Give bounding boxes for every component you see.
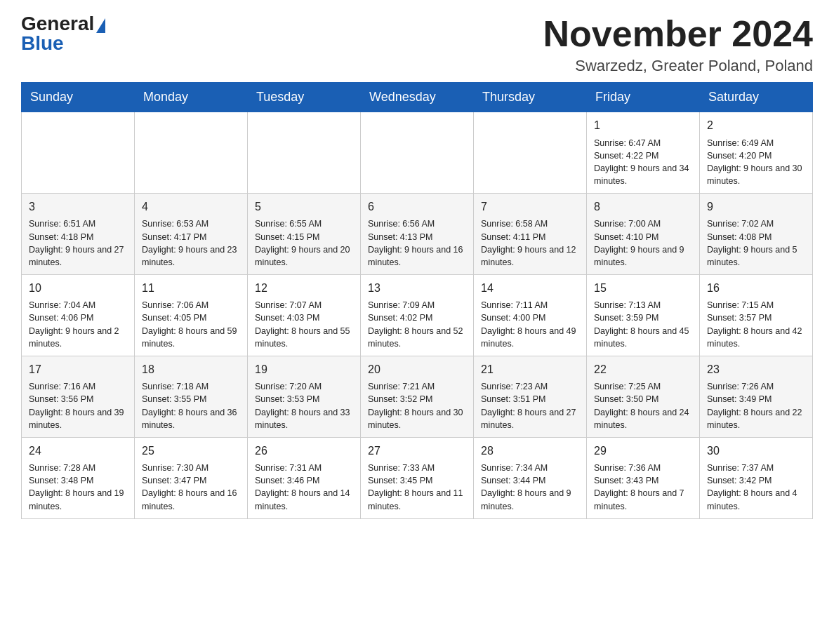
day-number: 14 (481, 281, 579, 296)
day-info: Sunrise: 6:49 AM Sunset: 4:20 PM Dayligh… (707, 137, 805, 188)
day-number: 18 (142, 362, 240, 377)
calendar-cell: 3Sunrise: 6:51 AM Sunset: 4:18 PM Daylig… (22, 194, 135, 275)
logo: General Blue (21, 14, 105, 53)
day-info: Sunrise: 6:53 AM Sunset: 4:17 PM Dayligh… (142, 217, 240, 269)
weekday-header-wednesday: Wednesday (361, 83, 474, 112)
day-info: Sunrise: 7:33 AM Sunset: 3:45 PM Dayligh… (368, 462, 466, 513)
day-info: Sunrise: 7:26 AM Sunset: 3:49 PM Dayligh… (707, 380, 805, 431)
day-number: 2 (707, 118, 805, 133)
calendar-cell: 5Sunrise: 6:55 AM Sunset: 4:15 PM Daylig… (248, 194, 361, 275)
calendar-cell: 20Sunrise: 7:21 AM Sunset: 3:52 PM Dayli… (361, 356, 474, 437)
day-number: 13 (368, 281, 466, 296)
logo-blue-text: Blue (21, 34, 64, 53)
day-number: 1 (594, 118, 692, 133)
day-number: 9 (707, 199, 805, 215)
calendar-cell: 8Sunrise: 7:00 AM Sunset: 4:10 PM Daylig… (587, 194, 700, 275)
calendar-cell: 17Sunrise: 7:16 AM Sunset: 3:56 PM Dayli… (22, 356, 135, 437)
weekday-header-friday: Friday (587, 83, 700, 112)
calendar-cell: 28Sunrise: 7:34 AM Sunset: 3:44 PM Dayli… (474, 437, 587, 518)
calendar-cell: 6Sunrise: 6:56 AM Sunset: 4:13 PM Daylig… (361, 194, 474, 275)
calendar-cell: 29Sunrise: 7:36 AM Sunset: 3:43 PM Dayli… (587, 437, 700, 518)
location-subtitle: Swarzedz, Greater Poland, Poland (543, 57, 813, 75)
day-info: Sunrise: 7:04 AM Sunset: 4:06 PM Dayligh… (29, 299, 127, 350)
calendar-cell: 18Sunrise: 7:18 AM Sunset: 3:55 PM Dayli… (135, 356, 248, 437)
day-number: 29 (594, 443, 692, 459)
day-number: 5 (255, 199, 353, 215)
day-info: Sunrise: 7:21 AM Sunset: 3:52 PM Dayligh… (368, 380, 466, 431)
day-number: 8 (594, 199, 692, 215)
weekday-header-thursday: Thursday (474, 83, 587, 112)
day-info: Sunrise: 6:55 AM Sunset: 4:15 PM Dayligh… (255, 217, 353, 269)
day-number: 19 (255, 362, 353, 377)
calendar-cell: 11Sunrise: 7:06 AM Sunset: 4:05 PM Dayli… (135, 274, 248, 356)
calendar-cell: 23Sunrise: 7:26 AM Sunset: 3:49 PM Dayli… (700, 356, 813, 437)
day-info: Sunrise: 7:37 AM Sunset: 3:42 PM Dayligh… (707, 462, 805, 513)
calendar-cell: 1Sunrise: 6:47 AM Sunset: 4:22 PM Daylig… (587, 112, 700, 194)
day-info: Sunrise: 7:25 AM Sunset: 3:50 PM Dayligh… (594, 380, 692, 431)
day-number: 11 (142, 281, 240, 296)
day-number: 22 (594, 362, 692, 377)
day-number: 3 (29, 199, 127, 215)
day-info: Sunrise: 7:06 AM Sunset: 4:05 PM Dayligh… (142, 299, 240, 350)
day-number: 23 (707, 362, 805, 377)
calendar-cell: 9Sunrise: 7:02 AM Sunset: 4:08 PM Daylig… (700, 194, 813, 275)
day-info: Sunrise: 7:02 AM Sunset: 4:08 PM Dayligh… (707, 217, 805, 269)
calendar-cell: 15Sunrise: 7:13 AM Sunset: 3:59 PM Dayli… (587, 274, 700, 356)
day-info: Sunrise: 7:13 AM Sunset: 3:59 PM Dayligh… (594, 299, 692, 350)
day-number: 30 (707, 443, 805, 459)
day-info: Sunrise: 7:31 AM Sunset: 3:46 PM Dayligh… (255, 462, 353, 513)
month-title: November 2024 (543, 14, 813, 54)
calendar-cell: 7Sunrise: 6:58 AM Sunset: 4:11 PM Daylig… (474, 194, 587, 275)
day-info: Sunrise: 6:56 AM Sunset: 4:13 PM Dayligh… (368, 217, 466, 269)
day-info: Sunrise: 7:30 AM Sunset: 3:47 PM Dayligh… (142, 462, 240, 513)
day-number: 12 (255, 281, 353, 296)
logo-general-text: General (21, 14, 94, 34)
day-info: Sunrise: 7:16 AM Sunset: 3:56 PM Dayligh… (29, 380, 127, 431)
calendar-cell: 2Sunrise: 6:49 AM Sunset: 4:20 PM Daylig… (700, 112, 813, 194)
day-number: 20 (368, 362, 466, 377)
calendar-week-row: 24Sunrise: 7:28 AM Sunset: 3:48 PM Dayli… (22, 437, 813, 518)
day-number: 25 (142, 443, 240, 459)
calendar-cell (135, 112, 248, 194)
day-info: Sunrise: 7:00 AM Sunset: 4:10 PM Dayligh… (594, 217, 692, 269)
calendar-week-row: 3Sunrise: 6:51 AM Sunset: 4:18 PM Daylig… (22, 194, 813, 275)
calendar-cell: 25Sunrise: 7:30 AM Sunset: 3:47 PM Dayli… (135, 437, 248, 518)
day-info: Sunrise: 7:23 AM Sunset: 3:51 PM Dayligh… (481, 380, 579, 431)
day-number: 27 (368, 443, 466, 459)
calendar-cell: 16Sunrise: 7:15 AM Sunset: 3:57 PM Dayli… (700, 274, 813, 356)
logo-triangle-icon (96, 18, 105, 33)
day-info: Sunrise: 7:18 AM Sunset: 3:55 PM Dayligh… (142, 380, 240, 431)
calendar-cell: 24Sunrise: 7:28 AM Sunset: 3:48 PM Dayli… (22, 437, 135, 518)
day-number: 21 (481, 362, 579, 377)
day-number: 10 (29, 281, 127, 296)
weekday-header-sunday: Sunday (22, 83, 135, 112)
calendar-cell (248, 112, 361, 194)
calendar-cell: 13Sunrise: 7:09 AM Sunset: 4:02 PM Dayli… (361, 274, 474, 356)
calendar-cell: 27Sunrise: 7:33 AM Sunset: 3:45 PM Dayli… (361, 437, 474, 518)
day-number: 7 (481, 199, 579, 215)
page-header: General Blue November 2024 Swarzedz, Gre… (21, 14, 813, 75)
title-block: November 2024 Swarzedz, Greater Poland, … (543, 14, 813, 75)
calendar-cell: 19Sunrise: 7:20 AM Sunset: 3:53 PM Dayli… (248, 356, 361, 437)
day-info: Sunrise: 6:47 AM Sunset: 4:22 PM Dayligh… (594, 137, 692, 188)
calendar-week-row: 1Sunrise: 6:47 AM Sunset: 4:22 PM Daylig… (22, 112, 813, 194)
day-number: 24 (29, 443, 127, 459)
day-number: 17 (29, 362, 127, 377)
day-info: Sunrise: 6:51 AM Sunset: 4:18 PM Dayligh… (29, 217, 127, 269)
calendar-cell (361, 112, 474, 194)
calendar-cell (474, 112, 587, 194)
weekday-header-row: SundayMondayTuesdayWednesdayThursdayFrid… (22, 83, 813, 112)
weekday-header-saturday: Saturday (700, 83, 813, 112)
day-number: 6 (368, 199, 466, 215)
calendar-week-row: 17Sunrise: 7:16 AM Sunset: 3:56 PM Dayli… (22, 356, 813, 437)
calendar-week-row: 10Sunrise: 7:04 AM Sunset: 4:06 PM Dayli… (22, 274, 813, 356)
day-info: Sunrise: 7:07 AM Sunset: 4:03 PM Dayligh… (255, 299, 353, 350)
day-info: Sunrise: 7:20 AM Sunset: 3:53 PM Dayligh… (255, 380, 353, 431)
day-number: 26 (255, 443, 353, 459)
calendar-cell: 21Sunrise: 7:23 AM Sunset: 3:51 PM Dayli… (474, 356, 587, 437)
day-info: Sunrise: 7:15 AM Sunset: 3:57 PM Dayligh… (707, 299, 805, 350)
weekday-header-monday: Monday (135, 83, 248, 112)
calendar-cell: 26Sunrise: 7:31 AM Sunset: 3:46 PM Dayli… (248, 437, 361, 518)
day-number: 16 (707, 281, 805, 296)
weekday-header-tuesday: Tuesday (248, 83, 361, 112)
